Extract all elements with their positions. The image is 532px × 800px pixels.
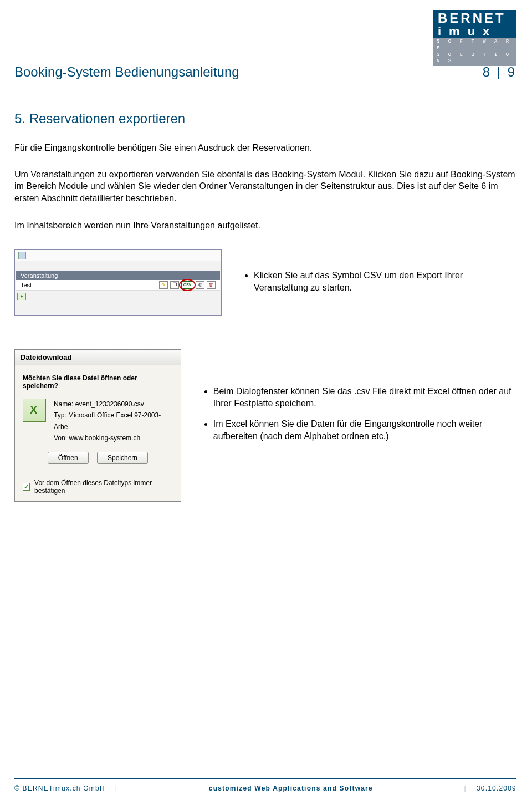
open-button[interactable]: Öffnen [48,452,89,464]
event-list-screenshot: Veranstaltung Test ✎ ❐ CSV ◎ 🗑 ＋ [14,249,222,316]
logo-sub-1: S O F T W A R E [437,39,513,52]
copy-icon[interactable]: ❐ [170,281,179,289]
logo-line-1: BERNET [438,11,512,25]
instruction-list-2: Beim Dialogfenster können Sie das .csv F… [203,349,516,451]
file-name-label: Name: [54,400,73,408]
document-title: Booking-System Bedienungsanleitung [14,64,239,80]
footer-separator: | [105,784,127,792]
excel-file-icon [23,399,46,422]
confirm-checkbox-label: Vor dem Öffnen dieses Dateityps immer be… [34,479,173,495]
file-from-label: Von: [54,434,67,442]
file-type-value: Microsoft Office Excel 97-2003-Arbe [54,411,161,430]
dialog-title: Dateidownload [15,350,181,365]
logo-wordmark: BERNET imux [433,10,516,38]
intro-paragraph-3: Im Inhaltsbereich werden nun Ihre Verans… [14,220,516,232]
event-row[interactable]: Test ✎ ❐ CSV ◎ 🗑 [16,280,220,291]
dialog-checkbox-row: ✓ Vor dem Öffnen dieses Dateityps immer … [15,472,181,501]
event-row-actions: ✎ ❐ CSV ◎ 🗑 [159,281,216,289]
dialog-question: Möchten Sie diese Datei öffnen oder spei… [23,374,173,390]
intro-paragraph-1: Für die Eingangskontrolle benötigen Sie … [14,142,516,154]
footer-copyright: © BERNETimux.ch GmbH [14,784,105,792]
file-from-value: www.booking-system.ch [69,434,140,442]
dialog-body: Möchten Sie diese Datei öffnen oder spei… [15,365,181,472]
header-rule [14,60,516,60]
page-header: Booking-System Bedienungsanleitung 8 | 9 [14,64,516,80]
download-dialog-screenshot: Dateidownload Möchten Sie diese Datei öf… [14,349,181,502]
file-name-row: Name: event_1233236090.csv [54,399,173,410]
event-list-header: Veranstaltung [16,271,220,280]
logo-tagline: S O F T W A R E S O L U T I O N S [433,38,516,66]
footer-date: 30.10.2009 [477,784,516,792]
event-name: Test [21,282,32,288]
figure-block-2: Dateidownload Möchten Sie diese Datei öf… [14,349,516,502]
page-content: 5. Reservationen exportieren Für die Ein… [14,111,516,535]
file-type-label: Typ: [54,411,66,419]
dialog-buttons: Öffnen Speichern [23,444,173,466]
file-type-row: Typ: Microsoft Office Excel 97-2003-Arbe [54,410,173,432]
instruction-item: Klicken Sie auf das Symbol CSV um den Ex… [254,269,516,294]
page-number: 8 | 9 [483,64,516,80]
footer-rule [14,778,516,779]
save-button[interactable]: Speichern [97,452,148,464]
logo-line-2: imux [438,25,512,38]
page-footer: © BERNETimux.ch GmbH | customized Web Ap… [14,784,516,792]
dialog-file-meta: Name: event_1233236090.csv Typ: Microsof… [54,399,173,444]
event-list-toolbar [15,250,221,261]
instruction-list-1: Klicken Sie auf das Symbol CSV um den Ex… [244,246,516,302]
figure-block-1: Veranstaltung Test ✎ ❐ CSV ◎ 🗑 ＋ K [14,246,516,316]
section-heading: 5. Reservationen exportieren [14,111,516,126]
brand-logo: BERNET imux S O F T W A R E S O L U T I … [433,10,516,66]
confirm-checkbox[interactable]: ✓ [23,483,30,491]
file-from-row: Von: www.booking-system.ch [54,432,173,444]
add-icon[interactable]: ＋ [17,293,26,300]
instruction-item: Im Excel können Sie die Daten für die Ei… [213,418,516,443]
save-icon[interactable] [18,252,26,259]
delete-icon[interactable]: 🗑 [207,281,216,289]
edit-icon[interactable]: ✎ [159,281,168,289]
intro-paragraph-2: Um Veranstaltungen zu exportieren verwen… [14,169,516,205]
logo-sub-2: S O L U T I O N S [437,52,513,65]
footer-tagline: customized Web Applications and Software [127,784,454,792]
footer-separator: | [454,784,477,792]
add-event-row: ＋ [16,292,220,302]
file-name-value: event_1233236090.csv [75,400,144,408]
csv-export-icon[interactable]: CSV [181,281,193,289]
dialog-file-info: Name: event_1233236090.csv Typ: Microsof… [23,399,173,444]
view-icon[interactable]: ◎ [196,281,204,289]
instruction-item: Beim Dialogfenster können Sie das .csv F… [213,385,516,410]
